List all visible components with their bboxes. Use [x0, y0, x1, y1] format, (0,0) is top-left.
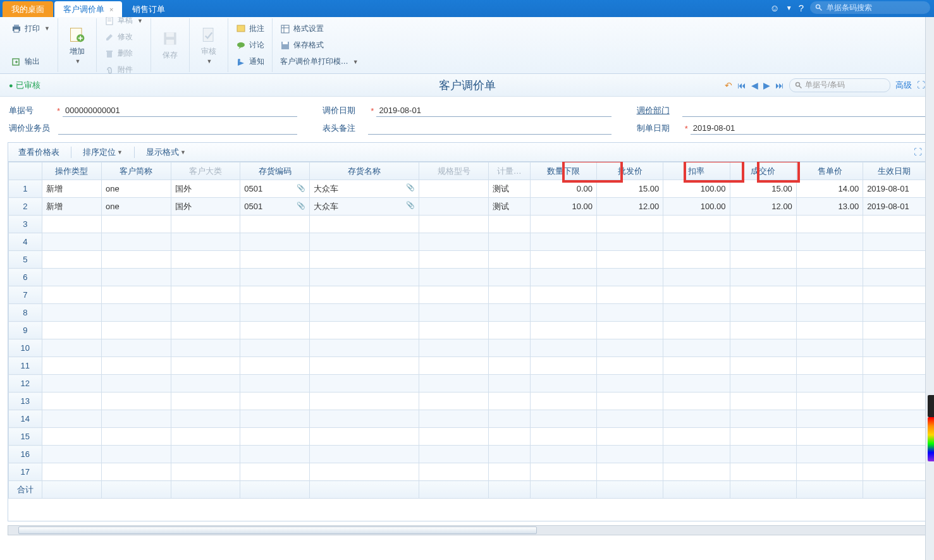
table-row[interactable]: 5	[9, 251, 926, 269]
adj-dept-field[interactable]	[682, 104, 925, 117]
table-row[interactable]: 7	[9, 286, 926, 304]
table-row[interactable]: 6	[9, 269, 926, 286]
svg-point-21	[237, 42, 245, 47]
last-icon[interactable]: ⏭	[775, 80, 784, 90]
tab-sales-order[interactable]: 销售订单	[123, 1, 174, 17]
prev-icon[interactable]: ◀	[751, 80, 758, 90]
svg-rect-18	[166, 40, 174, 45]
search-icon	[815, 4, 823, 11]
title-bar: 已审核 客户调价单 ↶ ⏮ ◀ ▶ ⏭ 单据号/条码 高级 ⛶	[0, 74, 934, 97]
col-discount[interactable]: 扣率	[663, 162, 730, 180]
col-wholesale[interactable]: 批发价	[597, 162, 663, 180]
display-button[interactable]: 显示格式▼	[142, 145, 190, 159]
print-template-button[interactable]: 客户调价单打印模…▼	[276, 54, 362, 70]
table-row[interactable]: 1 新增one国外 0501📎 大众车📎 测试 0.0015.00 100.00…	[9, 180, 926, 198]
col-code[interactable]: 存货编码	[240, 162, 310, 180]
svg-rect-14	[106, 51, 113, 52]
undo-icon[interactable]: ↶	[725, 80, 732, 90]
col-qty[interactable]: 数量下限	[530, 162, 596, 180]
dropdown-icon[interactable]: ▼	[786, 4, 792, 11]
doc-no-field[interactable]: 000000000001	[63, 104, 297, 117]
table-row[interactable]: 2 新增one国外 0501📎 大众车📎 测试 10.0012.00 100.0…	[9, 198, 926, 216]
first-icon[interactable]: ⏮	[737, 80, 746, 90]
table-row[interactable]: 14	[9, 410, 926, 428]
fullscreen-icon[interactable]: ⛶	[917, 80, 925, 90]
svg-rect-27	[283, 42, 288, 44]
col-name[interactable]: 存货名称	[309, 162, 419, 180]
smile-icon[interactable]: ☺	[770, 3, 779, 13]
table-row[interactable]: 13	[9, 393, 926, 410]
col-spec[interactable]: 规格型号	[419, 162, 489, 180]
data-grid: 操作类型 客户简称 客户大类 存货编码 存货名称 规格型号 计量… 数量下限 批…	[8, 161, 926, 521]
notify-button[interactable]: 通知	[232, 54, 268, 70]
page-title: 客户调价单	[439, 78, 496, 93]
header-row: 操作类型 客户简称 客户大类 存货编码 存货名称 规格型号 计量… 数量下限 批…	[9, 162, 926, 180]
side-widget-rainbow[interactable]	[928, 417, 934, 461]
svg-line-1	[820, 8, 822, 11]
delete-button[interactable]: 删除	[101, 46, 147, 62]
next-icon[interactable]: ▶	[763, 80, 770, 90]
view-price-button[interactable]: 查看价格表	[15, 145, 63, 159]
table-row[interactable]: 15	[9, 428, 926, 446]
svg-rect-20	[237, 25, 245, 32]
col-cat[interactable]: 客户大类	[171, 162, 240, 180]
table-row[interactable]: 4	[9, 233, 926, 251]
grid-toolbar: 查看价格表 排序定位▼ 显示格式▼ ⛶	[8, 142, 926, 161]
tab-active[interactable]: 客户调价单×	[54, 1, 122, 17]
advanced-link[interactable]: 高级	[895, 80, 912, 91]
export-button[interactable]: 输出	[8, 54, 54, 70]
table-row[interactable]: 17	[9, 463, 926, 481]
side-widget-dark[interactable]	[928, 395, 934, 417]
note-button[interactable]: 批注	[232, 21, 268, 37]
header-remark-field[interactable]	[368, 122, 611, 135]
save-button[interactable]: 保存	[155, 30, 185, 61]
col-cust[interactable]: 客户简称	[101, 162, 171, 180]
ribbon-toolbar: 打印▼ 输出 增加▼ 复制 草稿▼ 修改 删除 附件 放弃 保存 审核▼	[0, 17, 934, 74]
col-deal[interactable]: 成交价	[730, 162, 796, 180]
make-date-field[interactable]: 2019-08-01	[691, 122, 925, 135]
salesman-field[interactable]	[58, 122, 297, 135]
table-row[interactable]: 11	[9, 357, 926, 375]
col-retail[interactable]: 售单价	[796, 162, 863, 180]
table-row[interactable]: 16	[9, 446, 926, 463]
svg-rect-19	[203, 28, 213, 42]
save-format-button[interactable]: 保存格式	[276, 37, 362, 54]
table-row[interactable]: 3	[9, 216, 926, 233]
status-badge: 已审核	[9, 80, 40, 91]
table-row[interactable]: 12	[9, 375, 926, 393]
col-unit[interactable]: 计量…	[488, 162, 530, 180]
close-icon[interactable]: ×	[109, 6, 113, 13]
adj-date-field[interactable]: 2019-08-01	[376, 104, 611, 117]
horizontal-scrollbar[interactable]	[8, 525, 926, 535]
barcode-search[interactable]: 单据条码搜索	[810, 1, 930, 14]
col-optype[interactable]: 操作类型	[42, 162, 101, 180]
tabs-bar: 我的桌面 客户调价单× 销售订单 ☺ ▼ ? 单据条码搜索	[0, 0, 934, 17]
table-row[interactable]: 10	[9, 339, 926, 357]
total-row: 合计	[9, 481, 926, 499]
format-button[interactable]: 格式设置	[276, 21, 362, 37]
modify-button[interactable]: 修改	[101, 29, 147, 46]
audit-button[interactable]: 审核▼	[194, 26, 224, 64]
sort-button[interactable]: 排序定位▼	[79, 145, 126, 159]
svg-point-28	[796, 82, 800, 86]
discuss-button[interactable]: 讨论	[232, 37, 268, 54]
svg-rect-17	[166, 32, 174, 37]
col-rownum[interactable]	[9, 162, 42, 180]
search-icon	[795, 82, 802, 89]
svg-rect-23	[281, 25, 289, 33]
svg-point-22	[238, 59, 240, 61]
col-eff[interactable]: 生效日期	[863, 162, 926, 180]
form-header: 单据号*000000000001 调价日期*2019-08-01 调价部门 调价…	[0, 97, 934, 138]
expand-icon[interactable]: ⛶	[914, 147, 922, 157]
doc-search[interactable]: 单据号/条码	[789, 78, 890, 92]
table-row[interactable]: 9	[9, 322, 926, 339]
tab-home[interactable]: 我的桌面	[3, 1, 53, 17]
print-button[interactable]: 打印▼	[8, 21, 54, 36]
svg-line-29	[799, 85, 802, 88]
help-icon[interactable]: ?	[799, 3, 804, 13]
table-row[interactable]: 8	[9, 304, 926, 322]
svg-rect-13	[107, 52, 112, 58]
add-button[interactable]: 增加▼	[62, 26, 92, 64]
svg-rect-4	[14, 29, 19, 32]
svg-rect-3	[14, 25, 19, 27]
